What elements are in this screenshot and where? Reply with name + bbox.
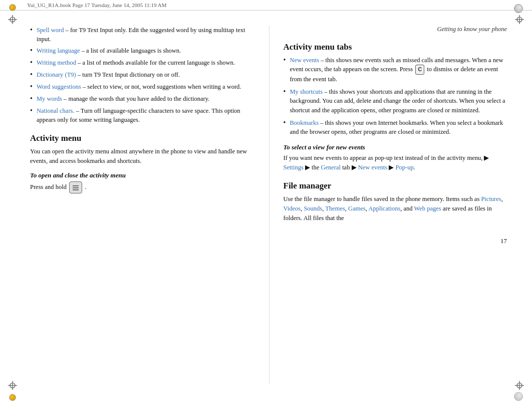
- reg-mark-bl: [7, 380, 18, 391]
- reg-mark-br: [514, 380, 525, 391]
- term-my-shortcuts: My shortcuts: [290, 88, 323, 95]
- left-bullet-list: Spell word – for T9 Text Input only. Edi…: [30, 26, 254, 124]
- open-close-suffix: .: [85, 183, 86, 190]
- select-view-settings: Settings: [284, 164, 305, 171]
- term-applications: Applications: [368, 205, 400, 212]
- deco-circle-tr: [514, 4, 523, 13]
- term-writing-method-text: – a list of methods available for the cu…: [78, 59, 235, 66]
- activity-key-icon: [69, 181, 82, 193]
- activity-menu-tabs-heading: Activity menu tabs: [284, 42, 507, 52]
- list-item-content: Dictionary (T9) – turn T9 Text Input dic…: [37, 70, 180, 79]
- select-view-subheading-text: To select a view for new events: [284, 143, 365, 151]
- term-sounds: Sounds: [304, 205, 322, 212]
- select-view-text4: Pop-up.: [396, 164, 415, 171]
- reg-mark-tr: [514, 14, 525, 25]
- press-hold-text: Press and hold: [30, 183, 68, 190]
- list-item-my-shortcuts: My shortcuts – this shows your shortcuts…: [284, 87, 507, 114]
- open-close-subheading-text: To open and close the activity menu: [30, 171, 126, 179]
- activity-menu-body: You can open the activity menu almost an…: [30, 147, 254, 166]
- c-key-icon: C: [415, 65, 424, 75]
- arrow2: ▶: [305, 164, 310, 171]
- term-word-suggestions-text: – select to view, or not, word suggestio…: [83, 83, 241, 90]
- list-item: Writing language – a list of available l…: [30, 46, 254, 56]
- select-view-text1: If you want new events to appear as pop-…: [284, 154, 484, 161]
- reg-mark-tl: [7, 14, 18, 25]
- term-pictures: Pictures: [481, 195, 501, 202]
- header-text: Yui_UG_R1A.book Page 17 Tuesday, June 14…: [27, 2, 166, 8]
- term-videos: Videos: [284, 205, 301, 212]
- text-and: , and: [400, 205, 414, 212]
- list-item-content: New events – this shows new events such …: [290, 56, 507, 84]
- file-manager-intro: Use the file manager to handle files sav…: [284, 195, 481, 202]
- deco-circle-br: [514, 392, 523, 401]
- list-item: Dictionary (T9) – turn T9 Text Input dic…: [30, 70, 254, 80]
- page-container: Yui_UG_R1A.book Page 17 Tuesday, June 14…: [0, 0, 532, 405]
- term-games: Games: [348, 205, 366, 212]
- list-item-new-events: New events – this shows new events such …: [284, 56, 507, 84]
- right-column: Getting to know your phone Activity menu…: [269, 26, 507, 384]
- deco-circle-bl: [9, 394, 16, 401]
- list-item-content: Bookmarks – this shows your own Internet…: [290, 118, 507, 136]
- term-web-pages: Web pages: [414, 205, 441, 212]
- select-view-body: If you want new events to appear as pop-…: [284, 153, 507, 172]
- activity-menu-heading: Activity menu: [30, 133, 254, 143]
- term-my-words-text: – manage the words that you have added t…: [64, 95, 209, 102]
- term-dictionary-text: – turn T9 Text Input dictionary on or of…: [78, 71, 180, 78]
- arrow1: ▶: [484, 154, 489, 161]
- list-item-content: My words – manage the words that you hav…: [37, 94, 209, 103]
- term-word-suggestions: Word suggestions: [37, 83, 81, 90]
- open-close-body: Press and hold .: [30, 181, 254, 193]
- list-item-content: Writing method – a list of methods avail…: [37, 58, 235, 67]
- file-manager-heading: File manager: [284, 181, 507, 191]
- select-view-subheading: To select a view for new events: [284, 143, 507, 151]
- bookmarks-text: – this shows your own Internet bookmarks…: [290, 119, 503, 135]
- select-view-text3: New events: [358, 164, 389, 171]
- svg-rect-13: [73, 187, 79, 188]
- term-bookmarks: Bookmarks: [290, 119, 319, 126]
- comma1: ,: [501, 195, 503, 202]
- list-item-content: Spell word – for T9 Text Input only. Edi…: [37, 26, 254, 44]
- arrow3: ▶: [352, 164, 357, 171]
- list-item: My words – manage the words that you hav…: [30, 94, 254, 104]
- content-area: Spell word – for T9 Text Input only. Edi…: [0, 11, 532, 399]
- open-close-subheading: To open and close the activity menu: [30, 171, 254, 179]
- deco-circle-tl: [9, 4, 16, 11]
- list-item-content: My shortcuts – this shows your shortcuts…: [290, 87, 507, 114]
- term-my-words: My words: [37, 95, 62, 102]
- list-item-content: Writing language – a list of available l…: [37, 46, 181, 55]
- svg-rect-14: [73, 189, 79, 190]
- svg-rect-12: [73, 185, 79, 186]
- term-new-events: New events: [290, 57, 319, 64]
- list-item: Spell word – for T9 Text Input only. Edi…: [30, 26, 254, 44]
- term-dictionary: Dictionary (T9): [37, 71, 76, 78]
- list-item: Writing method – a list of methods avail…: [30, 58, 254, 68]
- arrow4: ▶: [389, 164, 394, 171]
- section-title: Getting to know your phone: [284, 26, 507, 33]
- list-item: National chars. – Turn off language-spec…: [30, 106, 254, 124]
- file-manager-body: Use the file manager to handle files sav…: [284, 194, 507, 223]
- select-view-text2: the General tab: [312, 164, 352, 171]
- list-item-content: Word suggestions – select to view, or no…: [37, 82, 241, 91]
- list-item-bookmarks: Bookmarks – this shows your own Internet…: [284, 118, 507, 136]
- term-writing-language: Writing language: [37, 47, 80, 54]
- term-national-chars: National chars.: [37, 107, 75, 114]
- list-item: Word suggestions – select to view, or no…: [30, 82, 254, 92]
- term-writing-language-text: – a list of available languages is shown…: [82, 47, 181, 54]
- term-themes: Themes: [325, 205, 345, 212]
- term-writing-method: Writing method: [37, 59, 76, 66]
- page-number: 17: [284, 227, 507, 245]
- activity-tabs-list: New events – this shows new events such …: [284, 56, 507, 136]
- left-column: Spell word – for T9 Text Input only. Edi…: [30, 26, 254, 384]
- term-spell-word-text: – for T9 Text Input only. Edit the sugge…: [37, 27, 245, 43]
- top-bar: Yui_UG_R1A.book Page 17 Tuesday, June 14…: [0, 0, 532, 11]
- term-spell-word: Spell word: [37, 27, 64, 34]
- list-item-content: National chars. – Turn off language-spec…: [37, 106, 254, 124]
